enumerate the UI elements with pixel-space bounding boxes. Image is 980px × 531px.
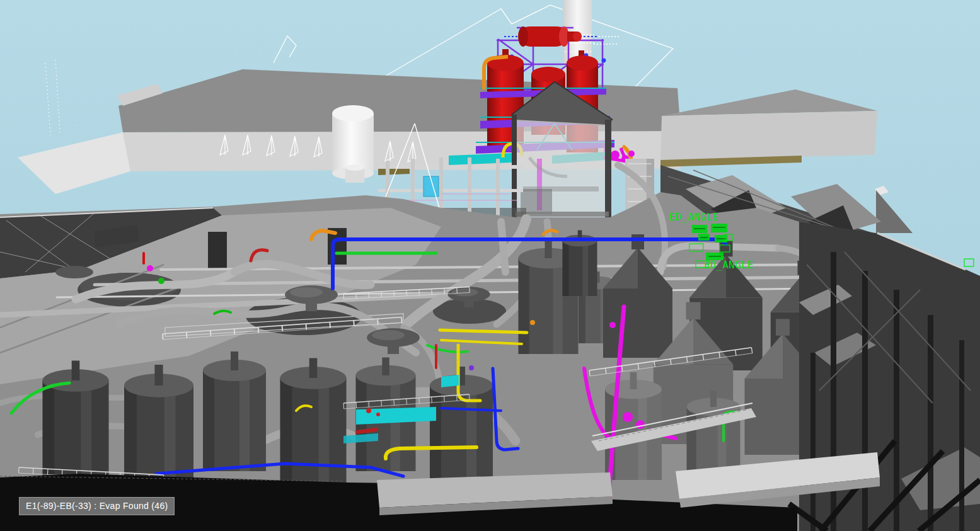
plant-3d-scene[interactable]: ED_ANGLE ED_ANGLE [0,0,980,531]
status-label: E1(-89)-EB(-33) : Evap Found (46) [19,497,175,515]
annotation-label-upper: ED_ANGLE [669,212,719,223]
silo [332,105,374,183]
model-viewport[interactable]: ED_ANGLE ED_ANGLE E1(-89)-EB(-33) : Evap… [0,0,980,531]
annotation-label-lower: ED_ANGLE [704,260,754,271]
